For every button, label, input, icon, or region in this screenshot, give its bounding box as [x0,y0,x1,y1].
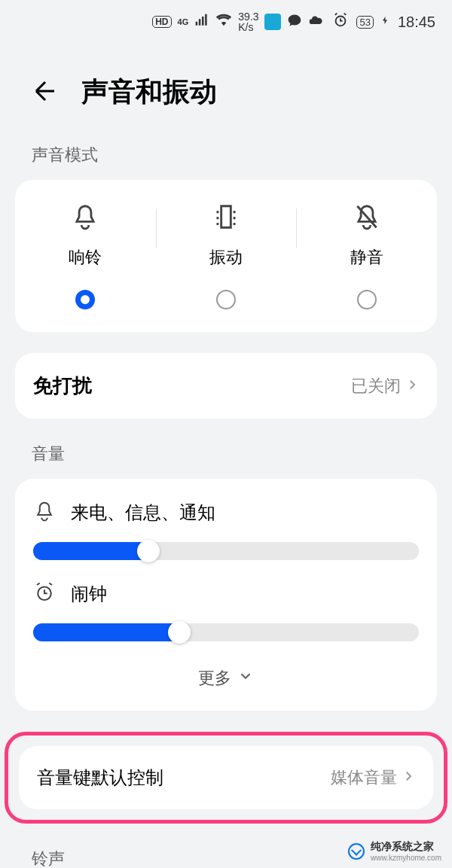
volume-card: 来电、信息、通知 闹钟 更多 [15,479,437,711]
chevron-right-icon [405,376,419,396]
volume-label: 来电、信息、通知 [71,501,215,525]
dnd-value: 已关闭 [351,375,401,397]
radio-unselected[interactable] [357,290,377,309]
bell-off-icon [353,203,381,234]
volume-row-ring-notif: 来电、信息、通知 [33,500,419,560]
network-gen: 4G [178,17,189,26]
dnd-row[interactable]: 免打扰 已关闭 [15,353,437,419]
sound-mode-mute[interactable]: 静音 [296,203,437,309]
sound-mode-vibrate[interactable]: 振动 [156,203,297,309]
chat-icon [287,13,302,32]
volume-key-title: 音量键默认控制 [37,766,163,790]
page-title: 声音和振动 [81,74,217,111]
status-bar: HD 4G 39.3 K/s 53 18:45 [0,0,452,44]
radio-unselected[interactable] [216,290,236,309]
app-icon [264,14,281,30]
signal-icon [194,13,209,32]
watermark-main: 纯净系统之家 [371,840,441,854]
sound-mode-card: 响铃 振动 静音 [15,180,437,332]
volume-row-alarm: 闹钟 [33,581,419,641]
watermark-icon [348,843,365,860]
watermark-url: www.kzmyhome.com [371,854,441,862]
highlight-box: 音量键默认控制 媒体音量 [5,732,447,824]
charging-icon [381,14,390,31]
mode-label: 静音 [350,246,383,269]
volume-more-row[interactable]: 更多 [33,662,419,711]
section-label-volume: 音量 [0,440,452,479]
header: 声音和振动 [0,44,452,141]
mode-label: 响铃 [69,246,102,269]
battery-indicator: 53 [356,16,373,29]
slider-thumb[interactable] [137,540,160,562]
sound-mode-ring[interactable]: 响铃 [15,203,156,309]
vibrate-icon [212,203,240,234]
volume-label: 闹钟 [71,582,107,606]
clock-time: 18:45 [398,14,435,31]
more-label: 更多 [198,667,231,690]
slider-thumb[interactable] [168,621,191,644]
volume-key-row[interactable]: 音量键默认控制 媒体音量 [19,746,433,809]
volume-slider-ring[interactable] [33,542,419,560]
chevron-down-icon [237,668,254,689]
chevron-right-icon [402,768,415,787]
volume-key-value: 媒体音量 [331,766,397,789]
alarm-icon [332,12,349,32]
back-arrow-icon[interactable] [32,78,59,108]
mode-label: 振动 [209,246,243,269]
volume-slider-alarm[interactable] [33,623,419,641]
hd-badge: HD [152,16,171,28]
cloud-icon [308,13,323,32]
section-label-sound-mode: 声音模式 [0,141,452,180]
alarm-outline-icon [33,581,56,607]
wifi-icon [215,12,232,32]
radio-selected[interactable] [75,290,95,309]
network-speed: 39.3 K/s [238,11,258,32]
bell-icon [71,203,99,234]
dnd-title: 免打扰 [33,373,92,399]
bell-outline-icon [33,500,56,525]
watermark: 纯净系统之家 www.kzmyhome.com [348,840,441,862]
